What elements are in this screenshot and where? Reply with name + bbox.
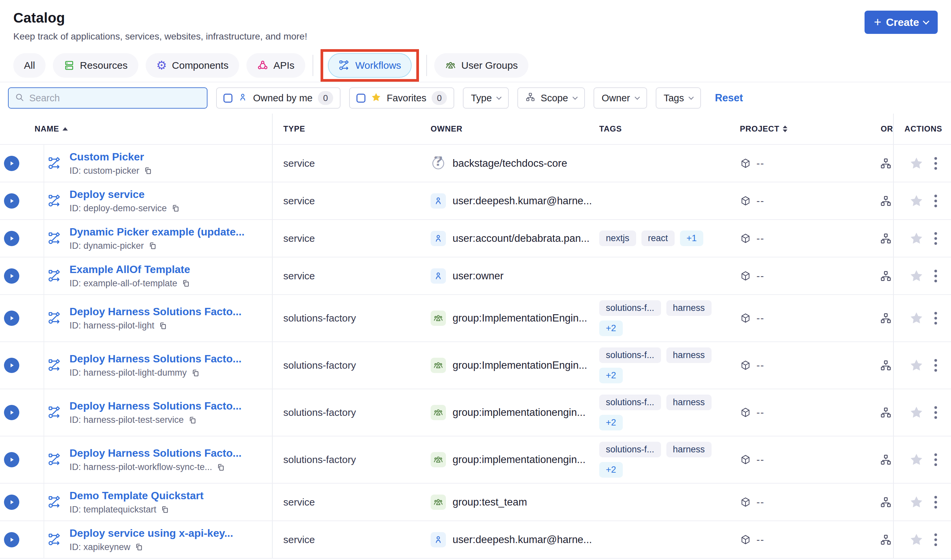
org-hierarchy-icon[interactable] (880, 359, 892, 371)
launch-workflow-button[interactable] (4, 193, 19, 209)
row-menu-icon[interactable] (933, 452, 939, 467)
tab-components[interactable]: ⚙ Components (146, 53, 239, 78)
type-filter-dropdown[interactable]: Type (463, 87, 509, 109)
workflow-name-link[interactable]: Demo Template Quickstart (69, 489, 204, 502)
copy-icon[interactable] (181, 278, 190, 288)
favorite-star-icon[interactable] (909, 194, 924, 208)
row-menu-icon[interactable] (933, 268, 939, 284)
owned-by-me-filter[interactable]: Owned by me 0 (216, 87, 341, 109)
favorite-star-icon[interactable] (909, 269, 924, 283)
favorite-star-icon[interactable] (909, 405, 924, 420)
org-hierarchy-icon[interactable] (880, 534, 892, 546)
row-menu-icon[interactable] (933, 532, 939, 548)
favorite-star-icon[interactable] (909, 311, 924, 326)
tab-resources[interactable]: Resources (53, 53, 138, 78)
org-hierarchy-icon[interactable] (880, 157, 892, 169)
row-menu-icon[interactable] (933, 405, 939, 420)
org-hierarchy-icon[interactable] (880, 312, 892, 324)
launch-workflow-button[interactable] (4, 358, 19, 373)
workflow-name-link[interactable]: Custom Picker (69, 151, 153, 163)
workflow-name-link[interactable]: Deploy service (69, 188, 180, 201)
hierarchy-icon (525, 92, 535, 104)
workflow-name-link[interactable]: Deploy Harness Solutions Facto... (69, 306, 241, 318)
type-value: service (283, 158, 315, 169)
row-menu-icon[interactable] (933, 358, 939, 373)
row-menu-icon[interactable] (933, 311, 939, 326)
org-hierarchy-icon[interactable] (880, 270, 892, 282)
copy-icon[interactable] (148, 241, 157, 251)
workflow-name-link[interactable]: Example AllOf Template (69, 263, 190, 276)
favorite-star-icon[interactable] (909, 532, 924, 547)
tab-all[interactable]: All (13, 53, 46, 78)
scope-filter-dropdown[interactable]: Scope (517, 87, 585, 109)
row-menu-icon[interactable] (933, 156, 939, 171)
launch-workflow-button[interactable] (4, 268, 19, 284)
owned-by-me-checkbox[interactable] (224, 94, 232, 103)
favorites-checkbox[interactable] (357, 94, 366, 103)
copy-icon[interactable] (143, 166, 153, 175)
table-row: Custom Picker ID: custom-picker service (0, 145, 951, 182)
chevron-down-icon (689, 94, 694, 100)
resources-icon (63, 60, 75, 71)
owner-value: user:deepesh.kumar@harne... (452, 195, 592, 207)
copy-icon[interactable] (191, 368, 200, 378)
launch-workflow-button[interactable] (4, 156, 19, 171)
launch-workflow-button[interactable] (4, 452, 19, 467)
favorite-star-icon[interactable] (909, 156, 924, 171)
launch-workflow-button[interactable] (4, 532, 19, 548)
project-value: -- (756, 233, 764, 244)
launch-workflow-button[interactable] (4, 231, 19, 246)
owner-cell: ? group:test_team (431, 484, 599, 520)
search-input[interactable] (29, 93, 201, 104)
launch-workflow-button[interactable] (4, 311, 19, 326)
org-cell (866, 145, 893, 182)
name-block: Deploy Harness Solutions Facto... ID: ha… (69, 447, 241, 472)
favorite-star-icon[interactable] (909, 452, 924, 467)
tags-filter-dropdown[interactable]: Tags (656, 87, 701, 109)
more-tags-chip[interactable]: +2 (599, 368, 623, 383)
workflow-icon (48, 532, 62, 547)
copy-icon[interactable] (160, 505, 170, 514)
tab-workflows[interactable]: Workflows (328, 53, 412, 78)
column-header-tags: TAGS (599, 124, 740, 134)
row-menu-icon[interactable] (933, 231, 939, 246)
more-tags-chip[interactable]: +2 (599, 320, 623, 336)
workflow-name-link[interactable]: Deploy Harness Solutions Facto... (69, 400, 241, 412)
row-menu-icon[interactable] (933, 495, 939, 510)
workflow-name-link[interactable]: Dynamic Picker example (update... (69, 226, 244, 238)
workflow-name-link[interactable]: Deploy Harness Solutions Facto... (69, 447, 241, 459)
create-button[interactable]: Create (865, 11, 938, 34)
copy-icon[interactable] (188, 415, 197, 425)
owner-filter-dropdown[interactable]: Owner (594, 87, 647, 109)
favorite-star-icon[interactable] (909, 358, 924, 373)
launch-workflow-button[interactable] (4, 405, 19, 420)
more-tags-chip[interactable]: +1 (680, 231, 704, 246)
copy-icon[interactable] (134, 542, 144, 552)
tab-apis[interactable]: APIs (246, 53, 305, 78)
copy-icon[interactable] (158, 321, 168, 331)
org-hierarchy-icon[interactable] (880, 406, 892, 418)
copy-icon[interactable] (216, 463, 225, 472)
tags-line-1: solutions-f...harness (599, 395, 712, 410)
copy-icon[interactable] (171, 204, 180, 213)
reset-filters-link[interactable]: Reset (715, 92, 743, 104)
workflow-name-link[interactable]: Deploy Harness Solutions Facto... (69, 353, 241, 365)
launch-workflow-button[interactable] (4, 495, 19, 510)
favorite-star-icon[interactable] (909, 495, 924, 509)
org-hierarchy-icon[interactable] (880, 454, 892, 466)
tab-user-groups[interactable]: User Groups (434, 53, 528, 78)
tag-chip: solutions-f... (599, 348, 661, 363)
org-hierarchy-icon[interactable] (880, 195, 892, 207)
org-hierarchy-icon[interactable] (880, 496, 892, 508)
row-menu-icon[interactable] (933, 193, 939, 209)
workflow-name-link[interactable]: Deploy service using x-api-key... (69, 527, 233, 539)
column-header-project[interactable]: PROJECT (740, 124, 866, 134)
org-hierarchy-icon[interactable] (880, 232, 892, 245)
favorites-filter[interactable]: Favorites 0 (349, 87, 454, 109)
favorite-star-icon[interactable] (909, 231, 924, 246)
workflow-icon (48, 452, 62, 467)
project-value: -- (756, 534, 764, 545)
more-tags-chip[interactable]: +2 (599, 415, 623, 431)
column-header-name[interactable]: NAME (0, 114, 273, 144)
more-tags-chip[interactable]: +2 (599, 462, 623, 478)
